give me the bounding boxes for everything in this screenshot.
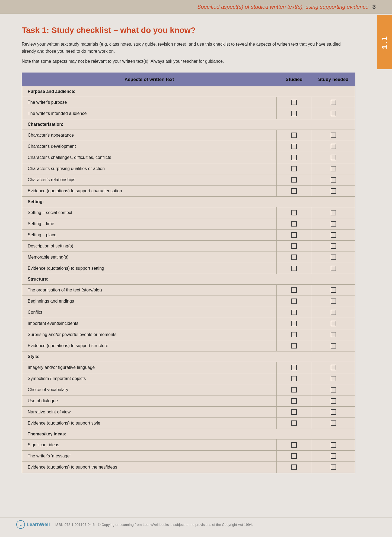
studied-checkbox[interactable] <box>291 243 297 249</box>
needed-checkbox[interactable] <box>331 464 336 470</box>
studied-checkbox[interactable] <box>291 177 297 183</box>
studied-checkbox[interactable] <box>291 299 297 304</box>
studied-checkbox[interactable] <box>291 310 297 315</box>
studied-checkbox-cell[interactable] <box>276 450 312 461</box>
studied-checkbox-cell[interactable] <box>276 240 312 252</box>
studied-checkbox-cell[interactable] <box>276 384 312 395</box>
needed-checkbox-cell[interactable] <box>312 450 355 461</box>
studied-checkbox[interactable] <box>291 464 297 470</box>
studied-checkbox[interactable] <box>291 420 297 426</box>
needed-checkbox[interactable] <box>331 453 336 459</box>
needed-checkbox[interactable] <box>331 221 336 227</box>
studied-checkbox[interactable] <box>291 387 297 392</box>
needed-checkbox[interactable] <box>331 376 336 381</box>
studied-checkbox-cell[interactable] <box>276 174 312 185</box>
studied-checkbox[interactable] <box>291 376 297 381</box>
needed-checkbox[interactable] <box>331 321 336 326</box>
studied-checkbox-cell[interactable] <box>276 373 312 384</box>
studied-checkbox-cell[interactable] <box>276 406 312 417</box>
needed-checkbox-cell[interactable] <box>312 152 355 163</box>
studied-checkbox-cell[interactable] <box>276 185 312 196</box>
studied-checkbox-cell[interactable] <box>276 329 312 340</box>
needed-checkbox-cell[interactable] <box>312 97 355 108</box>
needed-checkbox[interactable] <box>331 343 336 348</box>
studied-checkbox-cell[interactable] <box>276 296 312 307</box>
studied-checkbox-cell[interactable] <box>276 307 312 318</box>
needed-checkbox-cell[interactable] <box>312 417 355 429</box>
needed-checkbox[interactable] <box>331 210 336 215</box>
studied-checkbox-cell[interactable] <box>276 395 312 406</box>
needed-checkbox[interactable] <box>331 365 336 370</box>
studied-checkbox-cell[interactable] <box>276 439 312 450</box>
studied-checkbox-cell[interactable] <box>276 218 312 229</box>
studied-checkbox[interactable] <box>291 255 297 260</box>
studied-checkbox[interactable] <box>291 287 297 293</box>
needed-checkbox-cell[interactable] <box>312 384 355 395</box>
needed-checkbox-cell[interactable] <box>312 163 355 174</box>
studied-checkbox[interactable] <box>291 144 297 149</box>
needed-checkbox-cell[interactable] <box>312 296 355 307</box>
studied-checkbox-cell[interactable] <box>276 229 312 240</box>
studied-checkbox-cell[interactable] <box>276 362 312 373</box>
needed-checkbox[interactable] <box>331 287 336 293</box>
needed-checkbox[interactable] <box>331 144 336 149</box>
needed-checkbox-cell[interactable] <box>312 329 355 340</box>
studied-checkbox-cell[interactable] <box>276 252 312 263</box>
needed-checkbox-cell[interactable] <box>312 185 355 196</box>
needed-checkbox-cell[interactable] <box>312 108 355 119</box>
needed-checkbox-cell[interactable] <box>312 141 355 152</box>
needed-checkbox[interactable] <box>331 100 336 105</box>
studied-checkbox[interactable] <box>291 188 297 194</box>
needed-checkbox[interactable] <box>331 387 336 392</box>
needed-checkbox[interactable] <box>331 332 336 337</box>
needed-checkbox[interactable] <box>331 155 336 160</box>
studied-checkbox[interactable] <box>291 155 297 160</box>
needed-checkbox[interactable] <box>331 188 336 194</box>
studied-checkbox-cell[interactable] <box>276 152 312 163</box>
needed-checkbox-cell[interactable] <box>312 174 355 185</box>
needed-checkbox[interactable] <box>331 166 336 171</box>
studied-checkbox-cell[interactable] <box>276 461 312 473</box>
needed-checkbox[interactable] <box>331 133 336 138</box>
studied-checkbox[interactable] <box>291 332 297 337</box>
needed-checkbox-cell[interactable] <box>312 362 355 373</box>
needed-checkbox-cell[interactable] <box>312 439 355 450</box>
needed-checkbox-cell[interactable] <box>312 307 355 318</box>
needed-checkbox-cell[interactable] <box>312 130 355 141</box>
studied-checkbox[interactable] <box>291 232 297 238</box>
needed-checkbox-cell[interactable] <box>312 240 355 252</box>
studied-checkbox-cell[interactable] <box>276 263 312 274</box>
needed-checkbox-cell[interactable] <box>312 218 355 229</box>
studied-checkbox[interactable] <box>291 321 297 326</box>
needed-checkbox[interactable] <box>331 243 336 249</box>
studied-checkbox[interactable] <box>291 442 297 448</box>
studied-checkbox-cell[interactable] <box>276 141 312 152</box>
needed-checkbox[interactable] <box>331 111 336 116</box>
needed-checkbox[interactable] <box>331 255 336 260</box>
studied-checkbox-cell[interactable] <box>276 207 312 218</box>
studied-checkbox[interactable] <box>291 133 297 138</box>
studied-checkbox-cell[interactable] <box>276 130 312 141</box>
studied-checkbox-cell[interactable] <box>276 108 312 119</box>
needed-checkbox[interactable] <box>331 299 336 304</box>
needed-checkbox-cell[interactable] <box>312 461 355 473</box>
needed-checkbox-cell[interactable] <box>312 229 355 240</box>
studied-checkbox[interactable] <box>291 409 297 415</box>
studied-checkbox[interactable] <box>291 453 297 459</box>
studied-checkbox-cell[interactable] <box>276 284 312 296</box>
needed-checkbox[interactable] <box>331 420 336 426</box>
needed-checkbox-cell[interactable] <box>312 318 355 329</box>
studied-checkbox-cell[interactable] <box>276 340 312 351</box>
needed-checkbox[interactable] <box>331 177 336 183</box>
needed-checkbox[interactable] <box>331 442 336 448</box>
studied-checkbox-cell[interactable] <box>276 97 312 108</box>
needed-checkbox[interactable] <box>331 232 336 238</box>
needed-checkbox-cell[interactable] <box>312 252 355 263</box>
studied-checkbox-cell[interactable] <box>276 318 312 329</box>
studied-checkbox[interactable] <box>291 100 297 105</box>
studied-checkbox[interactable] <box>291 111 297 116</box>
needed-checkbox-cell[interactable] <box>312 263 355 274</box>
needed-checkbox-cell[interactable] <box>312 340 355 351</box>
needed-checkbox-cell[interactable] <box>312 284 355 296</box>
studied-checkbox[interactable] <box>291 166 297 171</box>
